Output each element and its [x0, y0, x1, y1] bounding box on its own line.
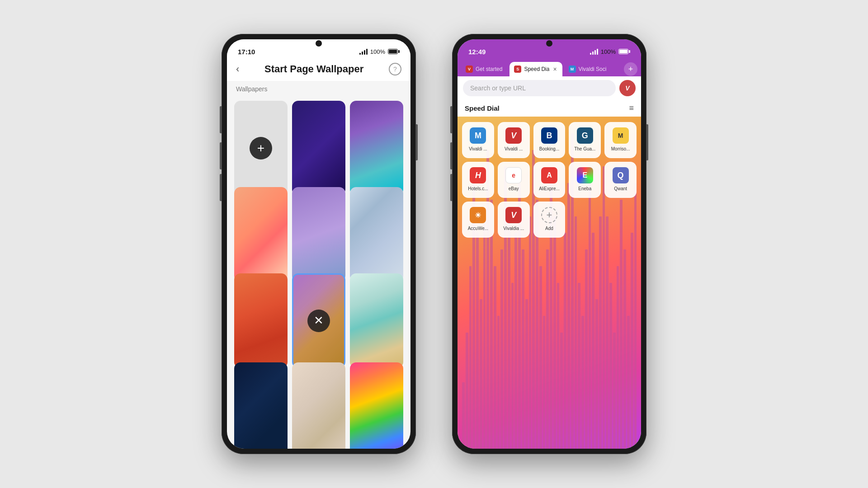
sd-qwant-icon: Q	[613, 167, 629, 183]
sd-morrisons-icon: M	[613, 127, 629, 144]
sd-vivaldi1[interactable]: M Vivaldi ...	[462, 122, 494, 158]
speed-dial-title: Speed Dial	[465, 104, 500, 112]
sd-qwant-label: Qwant	[607, 186, 634, 191]
wallpaper-selected-item[interactable]: ✕	[292, 273, 345, 368]
vivaldi-logo-button[interactable]: V	[619, 80, 636, 96]
sd-ali[interactable]: A AliExpre...	[533, 162, 566, 198]
wallpaper-item[interactable]	[234, 187, 288, 282]
wallpaper-item[interactable]	[292, 101, 345, 196]
speed-dial-content: M Vivaldi ... V Vivaldi ... B	[458, 117, 641, 449]
back-button[interactable]: ‹	[236, 63, 239, 75]
speed-dial-grid: M Vivaldi ... V Vivaldi ... B	[458, 117, 641, 243]
sd-add-item[interactable]: + Add	[533, 202, 566, 238]
sd-accuweather-label: AccuWe...	[465, 226, 491, 231]
filter-icon[interactable]: ≡	[629, 103, 634, 113]
wallpaper-item[interactable]	[234, 273, 288, 368]
url-placeholder: Search or type URL	[470, 84, 526, 92]
add-wallpaper-icon: +	[250, 137, 272, 160]
sd-morrisons-letter: M	[618, 132, 623, 139]
left-battery-icon	[388, 49, 400, 54]
sd-hotels-letter: H	[475, 171, 481, 180]
sd-vivaldi2-label: Vivaldi ...	[500, 146, 527, 151]
left-phone: 17:10 100% ‹ Start Page Wallpaper	[222, 34, 416, 454]
sd-vivaldi2[interactable]: V Vivaldi ...	[498, 122, 530, 158]
sd-vivaldi3-letter: V	[511, 211, 516, 220]
deselect-button[interactable]: ✕	[307, 310, 330, 332]
wallpaper-item[interactable]	[350, 362, 403, 449]
tab-favicon-letter2: S	[516, 67, 519, 71]
sd-eneba-letter: E	[582, 171, 587, 179]
new-tab-button[interactable]: +	[624, 62, 637, 76]
sd-vivaldi2-letter: V	[511, 131, 516, 141]
left-battery-text: 100%	[370, 48, 385, 55]
sd-qwant-letter: Q	[618, 171, 624, 180]
sd-hotels[interactable]: H Hotels.c...	[462, 162, 494, 198]
tab-close-button[interactable]: ×	[553, 66, 557, 73]
sd-ebay[interactable]: e eBay	[498, 162, 530, 198]
sd-accuweather-letter: ☀	[475, 211, 481, 220]
sd-add-icon: +	[541, 207, 557, 223]
wallpaper-item[interactable]	[350, 187, 403, 282]
tab-favicon-masto: M	[569, 66, 576, 73]
sd-booking-icon: B	[541, 127, 557, 144]
right-battery-icon	[618, 49, 630, 54]
right-status-time: 12:49	[468, 48, 486, 56]
sd-booking-label: Booking...	[536, 146, 563, 151]
tab-favicon-letter: V	[468, 67, 471, 71]
tab-speed-dial[interactable]: S Speed Dia ×	[509, 62, 562, 76]
left-phone-screen: 17:10 100% ‹ Start Page Wallpaper	[227, 39, 410, 449]
sd-vivaldi3-icon: V	[505, 207, 522, 223]
sd-ali-letter: A	[547, 171, 552, 179]
phones-container: 17:10 100% ‹ Start Page Wallpaper	[222, 34, 646, 454]
sd-accuweather[interactable]: ☀ AccuWe...	[462, 202, 494, 238]
close-icon: ✕	[314, 314, 324, 328]
url-bar[interactable]: Search or type URL	[463, 80, 616, 96]
tab-favicon-speed: S	[514, 66, 521, 73]
tab-get-started-label: Get started	[476, 66, 502, 72]
sd-guardian-label: The Gua...	[571, 146, 598, 151]
sd-eneba[interactable]: E Eneba	[569, 162, 601, 198]
left-status-time: 17:10	[238, 48, 255, 56]
sd-guardian-letter: G	[582, 131, 588, 141]
wallpaper-grid: + ✕	[227, 96, 410, 449]
wallpaper-item[interactable]	[350, 101, 403, 196]
sd-morrisons-label: Morriso...	[607, 146, 634, 151]
tab-get-started[interactable]: V Get started	[461, 62, 508, 76]
sd-ali-icon: A	[541, 167, 557, 183]
sd-ebay-letter: e	[512, 172, 515, 179]
sd-add-label: Add	[536, 226, 563, 231]
sd-booking[interactable]: B Booking...	[533, 122, 566, 158]
wallpapers-section-label: Wallpapers	[227, 81, 410, 96]
url-bar-container: Search or type URL V	[458, 76, 641, 100]
right-battery-text: 100%	[601, 48, 616, 55]
sd-accuweather-icon: ☀	[470, 207, 486, 223]
sd-vivaldi1-label: Vivaldi ...	[465, 146, 491, 151]
sd-ebay-icon: e	[505, 167, 522, 183]
wallpaper-item[interactable]	[350, 273, 403, 368]
sd-guardian[interactable]: G The Gua...	[569, 122, 601, 158]
wallpaper-item[interactable]	[234, 362, 288, 449]
selected-overlay: ✕	[293, 275, 344, 367]
add-plus-icon: +	[257, 141, 264, 155]
sd-morrisons[interactable]: M Morriso...	[604, 122, 637, 158]
camera-dot-right	[546, 40, 552, 47]
tab-vivaldi-social[interactable]: M Vivaldi Soci	[564, 62, 612, 76]
vivaldi-logo-icon: V	[625, 84, 629, 92]
help-button[interactable]: ?	[389, 63, 401, 75]
sd-ebay-label: eBay	[500, 186, 527, 191]
new-tab-icon: +	[628, 65, 633, 74]
right-phone: 12:49 100% V	[452, 34, 646, 454]
wallpaper-add-item[interactable]: +	[234, 101, 288, 196]
sd-qwant[interactable]: Q Qwant	[604, 162, 637, 198]
sd-vivaldi3[interactable]: V Vivaldia ...	[498, 202, 530, 238]
sd-hotels-icon: H	[470, 167, 486, 183]
sd-hotels-label: Hotels.c...	[465, 186, 491, 191]
right-phone-screen: 12:49 100% V	[458, 39, 641, 449]
right-signal-bars	[590, 48, 598, 55]
left-signal-bars	[359, 48, 368, 55]
wallpaper-item[interactable]	[292, 362, 345, 449]
speed-dial-header: Speed Dial ≡	[458, 100, 641, 117]
left-header-bar: ‹ Start Page Wallpaper ?	[227, 59, 410, 81]
wallpaper-item[interactable]	[292, 187, 345, 282]
right-status-icons: 100%	[590, 48, 630, 55]
